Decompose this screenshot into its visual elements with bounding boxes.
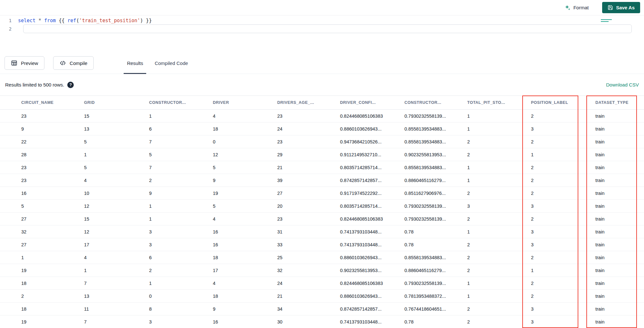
table-cell: 9 [213, 174, 277, 187]
table-cell: 5 [0, 200, 84, 213]
table-cell: 0.8860103626943... [340, 123, 404, 135]
editor-empty-line-outline[interactable] [23, 24, 632, 33]
code-line[interactable]: 1select * from {{ ref('train_test_positi… [0, 16, 644, 25]
table-cell: 39 [277, 174, 340, 187]
format-button[interactable]: Format [564, 5, 589, 11]
column-header: GRID [84, 96, 149, 110]
table-cell: 30 [277, 315, 340, 328]
save-as-button[interactable]: Save As [602, 2, 640, 13]
table-cell: 17 [84, 238, 149, 251]
column-header: TOTAL_PIT_STO... [467, 96, 531, 110]
format-label: Format [573, 5, 589, 10]
table-cell: 3 [531, 123, 595, 135]
sql-editor[interactable]: 1select * from {{ ref('train_test_positi… [0, 15, 644, 52]
table-cell: 27 [0, 213, 84, 225]
results-table: CIRCUIT_NAMEGRIDCONSTRUCTOR...DRIVERDRIV… [0, 96, 644, 328]
tab-results[interactable]: Results [121, 52, 149, 74]
table-cell: 23 [277, 110, 340, 123]
tab-compiled-code[interactable]: Compiled Code [149, 52, 194, 74]
table-cell: 1 [467, 290, 531, 303]
table-cell: train [595, 277, 644, 290]
tab-results-label: Results [127, 60, 143, 66]
table-cell: train [595, 290, 644, 303]
table-cell: 0.8742857142857... [340, 303, 404, 315]
table-cell: train [595, 123, 644, 135]
table-cell: 0.9473684210526... [340, 135, 404, 148]
table-cell: 0.8035714285714... [340, 200, 404, 213]
table-row: 271514230.8244680851063830.7930232558139… [0, 213, 644, 225]
table-cell: 3 [467, 200, 531, 213]
column-header: POSITION_LABEL [531, 96, 595, 110]
table-cell: 18 [213, 123, 277, 135]
table-cell: 4 [84, 251, 149, 264]
table-cell: 0.7930232558139... [404, 110, 467, 123]
table-cell: 0.8558139534883... [404, 251, 467, 264]
sparkles-icon [564, 5, 571, 11]
table-cell: 2 [467, 135, 531, 148]
table-cell: 10 [84, 187, 149, 200]
table-cell: 16 [213, 238, 277, 251]
table-cell: 4 [213, 110, 277, 123]
table-cell: 1 [149, 213, 213, 225]
table-row: 213018210.8860103626943...0.781395348837… [0, 290, 644, 303]
table-cell: 32 [277, 264, 340, 277]
table-cell: 18 [0, 303, 84, 315]
table-cell: 1 [467, 123, 531, 135]
table-cell: train [595, 213, 644, 225]
preview-button[interactable]: Preview [5, 56, 44, 70]
table-cell: 2 [467, 315, 531, 328]
table-cell: 0.7930232558139... [404, 200, 467, 213]
table-cell: 15 [84, 213, 149, 225]
table-cell: 18 [0, 277, 84, 290]
table-cell: train [595, 264, 644, 277]
download-csv-link[interactable]: Download CSV [606, 82, 639, 87]
table-cell: 16 [213, 315, 277, 328]
table-cell: 2 [0, 290, 84, 303]
table-cell: 0.8558139534883... [404, 123, 467, 135]
table-cell: 0.824468085106383 [340, 277, 404, 290]
compile-button[interactable]: Compile [53, 56, 94, 70]
table-cell: 0.7813953488372... [404, 290, 467, 303]
table-cell: 6 [149, 251, 213, 264]
table-row: 913618240.8860103626943...0.855813953488… [0, 123, 644, 135]
table-cell: 0.8860103626943... [340, 290, 404, 303]
table-cell: 7 [84, 277, 149, 290]
table-cell: 17 [213, 264, 277, 277]
table-cell: 0.8035714285714... [340, 161, 404, 174]
table-cell: train [595, 251, 644, 264]
table-row: 18714240.8244680851063830.7930232558139.… [0, 277, 644, 290]
table-row: 197316300.7413793103448...0.7823train [0, 315, 644, 328]
table-cell: train [595, 135, 644, 148]
table-cell: 27 [0, 238, 84, 251]
table-cell: 5 [213, 200, 277, 213]
table-cell: 23 [0, 110, 84, 123]
table-cell: train [595, 225, 644, 238]
column-header: CONSTRUCTOR... [404, 96, 467, 110]
table-cell: train [595, 200, 644, 213]
table-cell: 5 [213, 161, 277, 174]
table-row: 281512290.9112149532710...0.902325581395… [0, 148, 644, 161]
results-table-header-row: CIRCUIT_NAMEGRIDCONSTRUCTOR...DRIVERDRIV… [0, 96, 644, 110]
table-cell: 0.9171974522292... [340, 187, 404, 200]
table-cell: 4 [213, 213, 277, 225]
save-as-label: Save As [616, 5, 635, 10]
table-cell: 2 [531, 277, 595, 290]
help-icon[interactable]: ? [67, 82, 74, 88]
table-cell: 0.824468085106383 [340, 110, 404, 123]
column-header: DATASET_TYPE [595, 96, 644, 110]
table-cell: 5 [84, 135, 149, 148]
table-cell: 15 [84, 110, 149, 123]
table-cell: 2 [531, 290, 595, 303]
table-cell: 2 [467, 264, 531, 277]
table-cell: 13 [84, 123, 149, 135]
table-cell: 32 [0, 225, 84, 238]
code-text: select * from {{ ref('train_test_positio… [18, 18, 152, 23]
table-cell: train [595, 174, 644, 187]
table-cell: 1 [467, 225, 531, 238]
compile-label: Compile [70, 60, 87, 66]
table-cell: 1 [84, 148, 149, 161]
table-row: 23429390.8742857142857...0.8860465116279… [0, 174, 644, 187]
table-cell: 7 [149, 135, 213, 148]
table-cell: 21 [277, 161, 340, 174]
table-cell: 0.78 [404, 225, 467, 238]
